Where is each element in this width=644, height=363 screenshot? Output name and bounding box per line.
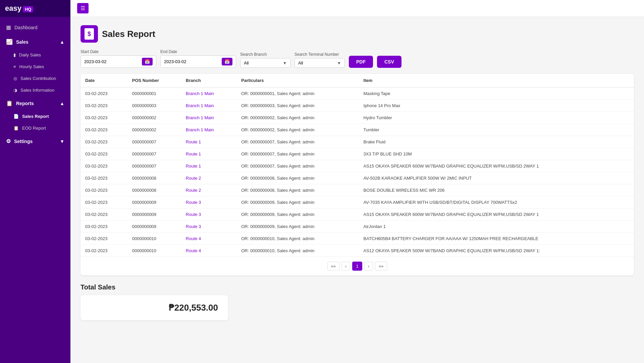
table-header-row: Date POS Number Branch Particulars Item (80, 74, 634, 87)
sidebar-item-label: Dashboard (14, 25, 38, 30)
pagination-next-button[interactable]: › (364, 262, 373, 271)
terminal-select[interactable]: All (298, 60, 336, 65)
terminal-chevron-down-icon: ▼ (337, 61, 341, 65)
hamburger-button[interactable]: ☰ (77, 3, 89, 13)
sidebar-navigation: ▦ Dashboard 📈 Sales ▲ ▮ Daily Sales ≡ Ho… (0, 17, 70, 152)
cell-pos: 0000000007 (127, 160, 181, 172)
table-row: 03-02-2023 0000000001 Branch 1 Main OR: … (80, 87, 634, 100)
cell-item: Tumbler (359, 124, 634, 136)
cell-pos: 0000000007 (127, 148, 181, 160)
sidebar-item-daily-sales[interactable]: ▮ Daily Sales (0, 49, 70, 61)
pagination-prev-button[interactable]: ‹ (341, 262, 350, 271)
pdf-button[interactable]: PDF (349, 56, 373, 68)
csv-button[interactable]: CSV (377, 56, 401, 68)
sidebar-item-settings[interactable]: ⚙ Settings ▼ (0, 134, 70, 148)
bar-chart-icon: ▮ (13, 52, 16, 57)
start-date-input[interactable] (84, 59, 141, 64)
cell-date: 03-02-2023 (80, 100, 127, 112)
cell-pos: 0000000001 (127, 87, 181, 100)
cell-pos: 0000000010 (127, 233, 181, 245)
page-title: Sales Report (102, 29, 155, 39)
pagination-page-1-button[interactable]: 1 (352, 262, 362, 271)
end-date-input[interactable] (164, 59, 220, 64)
cell-particulars: OR: 0000000009, Sales Agent: admin (236, 221, 359, 233)
sidebar-item-sales[interactable]: 📈 Sales ▲ (0, 35, 70, 49)
table-row: 03-02-2023 0000000008 Route 2 OR: 000000… (80, 184, 634, 196)
sidebar-item-label: Sales Contribution (20, 76, 56, 81)
sidebar-item-label: Daily Sales (19, 52, 41, 57)
cell-date: 03-02-2023 (80, 160, 127, 172)
sidebar-item-dashboard[interactable]: ▦ Dashboard (0, 20, 70, 35)
table-row: 03-02-2023 0000000009 Route 3 OR: 000000… (80, 196, 634, 209)
sidebar-item-hourly-sales[interactable]: ≡ Hourly Sales (0, 61, 70, 73)
sidebar-item-eod-report[interactable]: 📋 EOD Report (0, 122, 70, 134)
cell-particulars: OR: 0000000003, Sales Agent: admin (236, 100, 359, 112)
cell-item: 3X3 T/P BLUE SHD 10M (359, 148, 634, 160)
pagination-first-button[interactable]: «« (327, 262, 339, 271)
hamburger-icon: ☰ (80, 5, 85, 11)
pagination: «« ‹ 1 › »» (80, 257, 634, 275)
table-row: 03-02-2023 0000000010 Route 4 OR: 000000… (80, 233, 634, 245)
logo-text: easyHQ (5, 4, 33, 13)
file-icon: 📄 (13, 114, 19, 119)
table-row: 03-02-2023 0000000010 Route 4 OR: 000000… (80, 245, 634, 257)
cell-date: 03-02-2023 (80, 172, 127, 184)
end-date-calendar-button[interactable]: 📅 (222, 58, 232, 65)
cell-branch: Route 2 (181, 184, 236, 196)
table-row: 03-02-2023 0000000002 Branch 1 Main OR: … (80, 124, 634, 136)
cell-branch: Branch 1 Main (181, 87, 236, 100)
cell-branch: Route 1 (181, 160, 236, 172)
filters-row: Start Date 📅 End Date 📅 Search Branch Al… (80, 49, 634, 68)
page-icon: $ (80, 25, 98, 43)
sidebar-item-sales-information[interactable]: ◑ Sales Information (0, 84, 70, 96)
cell-particulars: OR: 0000000001, Sales Agent: admin (236, 87, 359, 100)
pagination-last-button[interactable]: »» (375, 262, 387, 271)
cell-item: Hydro Tumbler (359, 112, 634, 124)
cell-item: Brake Fluid (359, 136, 634, 148)
branch-filter: Search Branch All Branch 1 Main Route 1 … (240, 52, 290, 68)
start-date-calendar-button[interactable]: 📅 (142, 58, 153, 65)
cell-pos: 0000000002 (127, 112, 181, 124)
sidebar-item-sales-report[interactable]: 📄 Sales Report (0, 110, 70, 122)
sidebar: easyHQ ▦ Dashboard 📈 Sales ▲ ▮ Daily Sal… (0, 0, 70, 363)
table-body: 03-02-2023 0000000001 Branch 1 Main OR: … (80, 87, 634, 257)
cell-date: 03-02-2023 (80, 136, 127, 148)
cell-branch: Route 2 (181, 172, 236, 184)
cell-date: 03-02-2023 (80, 209, 127, 221)
cell-item: BATCH805B4 BATTERY CHARGER FOR AA/AAA W/… (359, 233, 634, 245)
cell-branch: Branch 1 Main (181, 112, 236, 124)
cell-particulars: OR: 0000000010, Sales Agent: admin (236, 233, 359, 245)
chevron-up-icon: ▲ (60, 39, 64, 45)
sidebar-item-reports[interactable]: 📋 Reports ▲ (0, 96, 70, 110)
terminal-filter: Search Terminal Number All ▼ (294, 52, 345, 68)
total-sales-card: ₱220,553.00 (80, 295, 228, 320)
cell-date: 03-02-2023 (80, 87, 127, 100)
cell-pos: 0000000007 (127, 136, 181, 148)
end-date-filter: End Date 📅 (160, 49, 236, 68)
col-item: Item (359, 74, 634, 87)
table-row: 03-02-2023 0000000007 Route 1 OR: 000000… (80, 136, 634, 148)
start-date-input-wrap: 📅 (80, 55, 156, 68)
cell-item: AirJordan 1 (359, 221, 634, 233)
branch-chevron-down-icon: ▼ (283, 61, 287, 65)
table-card: Date POS Number Branch Particulars Item … (80, 74, 634, 275)
cell-item: Iphone 14 Pro Max (359, 100, 634, 112)
cell-item: AS15 OKAYA SPEAKER 600W W/7BAND GRAPHIC … (359, 160, 634, 172)
content-area: $ Sales Report Start Date 📅 End Date 📅 (70, 17, 644, 363)
end-date-label: End Date (160, 49, 236, 54)
chevron-down-icon: ▼ (60, 139, 64, 144)
sidebar-item-sales-contribution[interactable]: ◎ Sales Contribution (0, 73, 70, 84)
sidebar-item-label: EOD Report (22, 126, 46, 131)
table-row: 03-02-2023 0000000007 Route 1 OR: 000000… (80, 148, 634, 160)
cell-particulars: OR: 0000000002, Sales Agent: admin (236, 112, 359, 124)
branch-select-wrap: All Branch 1 Main Route 1 Route 2 Route … (240, 58, 290, 68)
cell-branch: Route 1 (181, 148, 236, 160)
sales-icon: 📈 (6, 39, 13, 45)
document-icon: 📋 (13, 126, 19, 131)
end-date-input-wrap: 📅 (160, 55, 236, 68)
cell-particulars: OR: 0000000007, Sales Agent: admin (236, 136, 359, 148)
cell-particulars: OR: 0000000008, Sales Agent: admin (236, 172, 359, 184)
cell-branch: Route 4 (181, 233, 236, 245)
cell-pos: 0000000009 (127, 196, 181, 209)
branch-select[interactable]: All Branch 1 Main Route 1 Route 2 Route … (244, 60, 281, 65)
